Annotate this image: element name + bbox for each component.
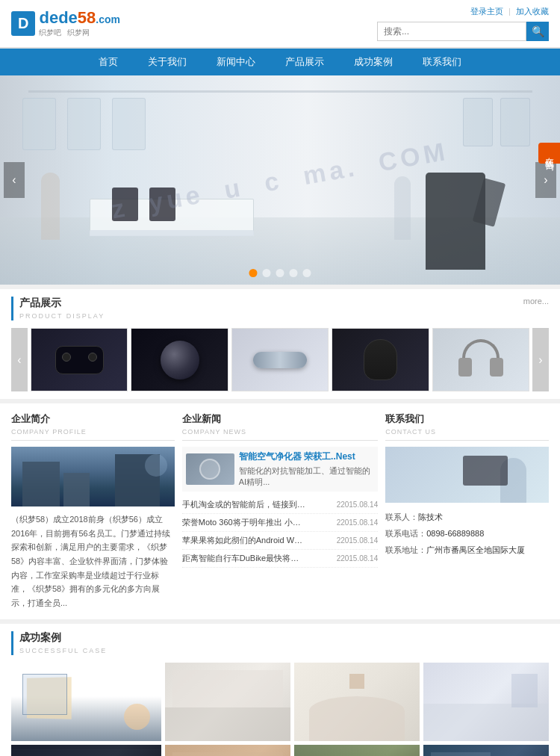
products-subtitle: PRODUCT DISPLAY xyxy=(19,312,105,320)
nav-news[interactable]: 新闻中心 xyxy=(202,49,270,75)
contact-phone: 0898-66889888 xyxy=(426,529,484,538)
company-news: 企业新闻 COMPANY NEWS 智能空气净化器 荣获工..Nest 智能化的… xyxy=(182,412,379,610)
contact-address: 广州市番禺区全地国际大厦 xyxy=(426,545,525,554)
news-item-1[interactable]: 手机淘金或的智能前后，链接到跑谁进... 22015.08.14 xyxy=(182,496,379,514)
slide-dot-4[interactable] xyxy=(290,269,298,277)
case-item-2[interactable] xyxy=(165,663,290,741)
nav-cases[interactable]: 成功案例 xyxy=(339,49,408,75)
cases-title: 成功案例 xyxy=(19,631,549,645)
contact-title: 联系我们 xyxy=(385,412,549,426)
products-more-link[interactable]: more... xyxy=(523,297,549,306)
login-link[interactable]: 登录主页 xyxy=(470,7,503,16)
case-item-1[interactable] xyxy=(11,663,161,741)
case-item-8[interactable] xyxy=(423,745,549,756)
logo-area: D dede58.com 织梦吧 织梦网 xyxy=(11,10,120,38)
main-nav: 首页 关于我们 新闻中心 产品展示 成功案例 联系我们 xyxy=(0,49,560,75)
intro-subtitle: COMPANY PROFILE xyxy=(11,428,87,436)
slideshow-prev-button[interactable]: ‹ xyxy=(4,162,25,198)
contact-image xyxy=(385,447,549,503)
product-item-2[interactable] xyxy=(131,328,228,391)
hot-news-image xyxy=(186,453,234,485)
product-item-1[interactable] xyxy=(31,328,128,391)
hot-news-title: 智能空气净化器 荣获工..Nest xyxy=(239,450,375,463)
cases-subtitle: SUCCESSFUL CASE xyxy=(19,647,107,654)
search-bar: 🔍 xyxy=(377,22,549,41)
slide-dot-5[interactable] xyxy=(303,269,311,277)
cases-row-2 xyxy=(11,745,549,756)
products-title: 产品展示 xyxy=(19,297,105,310)
contact-subtitle: CONTACT US xyxy=(385,428,436,436)
intro-title: 企业简介 xyxy=(11,412,175,426)
slide-dot-3[interactable] xyxy=(276,269,284,277)
news-item-4[interactable]: 距离智能自行车DuBike最快将于年底推出... 22015.08.14 xyxy=(182,550,379,568)
case-item-5[interactable] xyxy=(11,745,161,756)
news-list: 手机淘金或的智能前后，链接到跑谁进... 22015.08.14 荣誉Moto … xyxy=(182,496,379,568)
products-row: ‹ xyxy=(11,328,549,391)
slideshow-dots xyxy=(249,269,311,277)
contact-column: 联系我们 CONTACT US 联系人：陈技术 联系电话：0898-668898… xyxy=(385,412,549,610)
product-item-4[interactable] xyxy=(332,328,429,391)
hot-news-text: 智能化的对抗智能加工、通过智能的AI精明... xyxy=(239,465,375,488)
product-item-5[interactable] xyxy=(432,328,529,391)
header-right: 登录主页 | 加入收藏 🔍 xyxy=(377,6,549,41)
slideshow: z yue u c ma. COM ‹ › 在线咨询 xyxy=(0,75,560,285)
nav-contact[interactable]: 联系我们 xyxy=(408,49,476,75)
products-items xyxy=(31,328,529,391)
contact-person: 陈技术 xyxy=(418,512,443,521)
header-links: 登录主页 | 加入收藏 xyxy=(470,6,549,17)
news-subtitle: COMPANY NEWS xyxy=(182,428,246,436)
search-input[interactable] xyxy=(377,22,526,41)
case-item-7[interactable] xyxy=(294,745,420,756)
contact-info: 联系人：陈技术 联系电话：0898-66889888 联系地址：广州市番禺区全地… xyxy=(385,509,549,558)
intro-text: （织梦58）成立2018前身（织梦56）成立2016年，目前拥有56名员工。门梦… xyxy=(11,512,175,610)
products-header: 产品展示 PRODUCT DISPLAY more... xyxy=(11,297,549,320)
slideshow-next-button[interactable]: › xyxy=(535,162,556,198)
news-item-2[interactable]: 荣誉Moto 360将于明年推出 小月牙竹剑合体... 22015.08.14 xyxy=(182,514,379,532)
intro-image xyxy=(11,447,175,506)
slide-dot-2[interactable] xyxy=(263,269,271,277)
products-next-button[interactable]: › xyxy=(532,328,549,391)
products-prev-button[interactable]: ‹ xyxy=(11,328,28,391)
join-link[interactable]: 加入收藏 xyxy=(516,7,549,16)
company-intro: 企业简介 COMPANY PROFILE （织梦58）成立2018前身（织梦56… xyxy=(11,412,175,610)
online-consult-button[interactable]: 在线咨询 xyxy=(538,143,560,164)
nav-products[interactable]: 产品展示 xyxy=(270,49,339,75)
nav-about[interactable]: 关于我们 xyxy=(133,49,202,75)
slide-dot-1[interactable] xyxy=(249,269,258,277)
news-title: 企业新闻 xyxy=(182,412,379,426)
hot-news[interactable]: 智能空气净化器 荣获工..Nest 智能化的对抗智能加工、通过智能的AI精明..… xyxy=(182,447,379,492)
case-item-3[interactable] xyxy=(294,663,420,741)
cases-header: 成功案例 SUCCESSFUL CASE xyxy=(11,631,549,655)
header: D dede58.com 织梦吧 织梦网 登录主页 | 加入收藏 🔍 xyxy=(0,0,560,49)
products-section: 产品展示 PRODUCT DISPLAY more... ‹ xyxy=(0,289,560,399)
logo-box: D xyxy=(11,11,35,36)
logo-tagline: 织梦吧 织梦网 xyxy=(39,28,120,38)
cases-row-1 xyxy=(11,663,549,741)
product-item-3[interactable] xyxy=(231,328,329,391)
cases-section: 成功案例 SUCCESSFUL CASE xyxy=(0,624,560,756)
case-item-4[interactable] xyxy=(423,663,549,741)
three-columns: 企业简介 COMPANY PROFILE （织梦58）成立2018前身（织梦56… xyxy=(0,403,560,619)
case-item-6[interactable] xyxy=(165,745,290,756)
news-item-3[interactable]: 苹果果将如此彻们的Android Wear？ 22015.08.14 xyxy=(182,532,379,550)
search-button[interactable]: 🔍 xyxy=(526,22,549,41)
logo-brand: dede58.com xyxy=(39,8,120,27)
nav-home[interactable]: 首页 xyxy=(84,49,133,75)
